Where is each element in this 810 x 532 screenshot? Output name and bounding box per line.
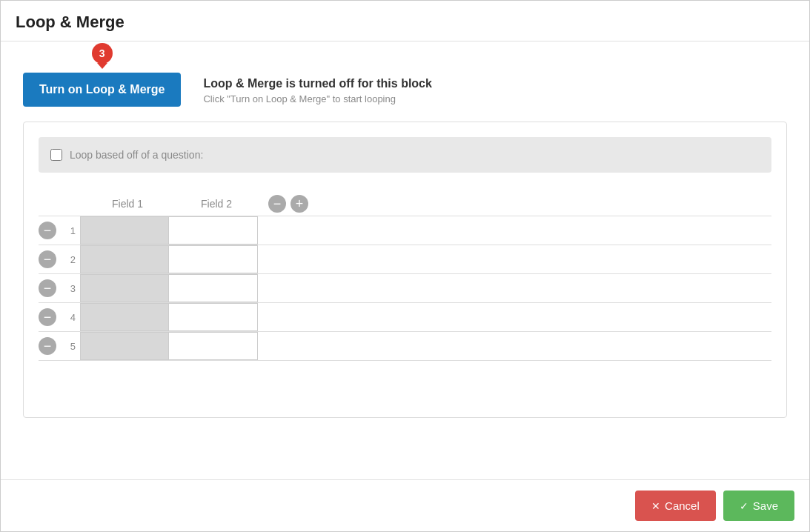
loop-question-row: Loop based off of a question: <box>39 137 771 173</box>
remove-row-3-button[interactable]: − <box>39 279 56 297</box>
save-label: Save <box>753 499 778 512</box>
remove-row-2-button[interactable]: − <box>39 250 56 268</box>
badge-number: 3 <box>99 47 105 59</box>
loop-question-checkbox[interactable] <box>50 149 62 161</box>
table-section: Field 1 Field 2 − + − 1 <box>39 195 771 361</box>
cell-4-2[interactable] <box>169 303 258 331</box>
remove-row-5-button[interactable]: − <box>39 337 56 355</box>
cell-3-1[interactable] <box>80 274 169 302</box>
cell-4-1[interactable] <box>80 303 169 331</box>
col2-header: Field 2 <box>172 198 261 210</box>
modal-footer: ✕ Cancel ✓ Save <box>1 479 809 531</box>
table-header-row: Field 1 Field 2 − + <box>83 195 771 213</box>
cell-5-2[interactable] <box>169 332 258 360</box>
turn-on-container: 3 Turn on Loop & Merge <box>23 56 181 107</box>
cell-5-1[interactable] <box>80 332 169 360</box>
row-num-5: 5 <box>64 341 76 352</box>
loop-question-label: Loop based off of a question: <box>70 149 203 161</box>
cell-1-2[interactable] <box>169 216 258 245</box>
remove-column-button[interactable]: − <box>268 195 286 213</box>
col1-header: Field 1 <box>83 198 172 210</box>
table-row: − 1 <box>39 216 771 245</box>
step-badge: 3 <box>91 43 113 70</box>
cell-1-1[interactable] <box>80 216 169 245</box>
table-row: − 2 <box>39 245 771 273</box>
status-text-block: Loop & Merge is turned off for this bloc… <box>203 56 431 104</box>
cell-3-2[interactable] <box>169 274 258 302</box>
table-row: − 5 <box>39 331 771 361</box>
row-num-3: 3 <box>64 283 76 294</box>
remove-row-4-button[interactable]: − <box>39 308 56 326</box>
col-actions: − + <box>268 195 308 213</box>
table-row: − 4 <box>39 302 771 331</box>
remove-row-1-button[interactable]: − <box>39 222 56 239</box>
table-rows: − 1 − 2 − 3 <box>39 216 771 361</box>
cancel-icon: ✕ <box>651 500 660 512</box>
modal-header: Loop & Merge <box>1 1 809 41</box>
content-area: Loop based off of a question: Field 1 Fi… <box>23 122 787 418</box>
table-row: − 3 <box>39 273 771 302</box>
save-icon: ✓ <box>740 500 748 512</box>
cell-2-1[interactable] <box>80 245 169 273</box>
modal-body: 3 Turn on Loop & Merge Loop & Merge is t… <box>1 41 809 479</box>
status-title: Loop & Merge is turned off for this bloc… <box>203 77 431 90</box>
row-num-2: 2 <box>64 254 76 265</box>
badge-circle: 3 <box>92 43 113 64</box>
cancel-button[interactable]: ✕ Cancel <box>635 491 716 521</box>
cancel-label: Cancel <box>665 499 700 512</box>
cell-2-2[interactable] <box>169 245 258 273</box>
save-button[interactable]: ✓ Save <box>723 491 794 521</box>
modal-title: Loop & Merge <box>16 13 125 31</box>
add-column-button[interactable]: + <box>291 195 308 213</box>
turn-on-loop-merge-button[interactable]: Turn on Loop & Merge <box>23 73 181 107</box>
status-subtitle: Click "Turn on Loop & Merge" to start lo… <box>203 93 431 104</box>
row-num-4: 4 <box>64 312 76 323</box>
row-num-1: 1 <box>64 225 76 236</box>
modal: Loop & Merge 3 Turn on Loop & Merge Loop… <box>0 0 810 532</box>
top-section: 3 Turn on Loop & Merge Loop & Merge is t… <box>23 56 787 107</box>
